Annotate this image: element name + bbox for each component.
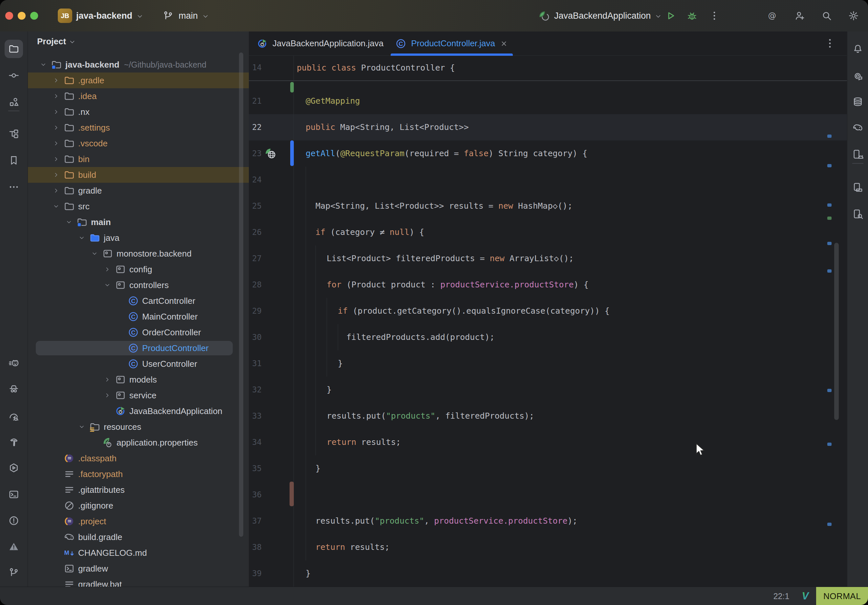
chevron-down-icon[interactable] xyxy=(66,219,72,225)
search-everywhere-button[interactable] xyxy=(820,9,833,22)
tree-item-.settings[interactable]: .settings xyxy=(28,120,249,136)
line-number[interactable]: 36 xyxy=(252,482,262,508)
tree-item-monostore.backend[interactable]: monostore.backend xyxy=(28,246,249,261)
traffic-minimize-button[interactable] xyxy=(18,12,26,20)
error-stripe-mark[interactable] xyxy=(827,164,832,167)
error-stripe-mark[interactable] xyxy=(827,203,832,207)
line-number[interactable]: 23 xyxy=(252,141,262,167)
services-tool-icon[interactable] xyxy=(5,459,23,477)
line-number[interactable]: 27 xyxy=(252,245,262,272)
tree-item-UserController[interactable]: CUserController xyxy=(28,356,249,372)
tree-item-bin[interactable]: bin xyxy=(28,151,249,167)
tree-item-.nx[interactable]: .nx xyxy=(28,104,249,120)
ai-assistant-icon[interactable] xyxy=(849,66,867,85)
code-line-30[interactable]: 30filteredProducts.add(product); xyxy=(249,324,847,350)
tree-item-service[interactable]: service xyxy=(28,387,249,403)
chevron-right-icon[interactable] xyxy=(53,187,59,194)
line-number[interactable]: 35 xyxy=(252,455,262,482)
chevron-down-icon[interactable] xyxy=(91,250,98,257)
ai-actions-button[interactable]: @ xyxy=(766,9,779,22)
line-number[interactable]: 21 xyxy=(252,88,262,114)
tree-item-JavaBackendApplication[interactable]: JavaBackendApplication xyxy=(28,403,249,419)
code-line-38[interactable]: 38return results; xyxy=(249,534,847,560)
branch-widget[interactable]: main xyxy=(161,0,209,31)
project-tool-icon[interactable] xyxy=(5,40,23,58)
chevron-down-icon[interactable] xyxy=(40,61,46,68)
vim-mode-badge[interactable]: NORMAL xyxy=(816,587,868,605)
code-line-34[interactable]: 34return results; xyxy=(249,429,847,455)
code-line-24[interactable]: 24 xyxy=(249,167,847,193)
code-line-32[interactable]: 32} xyxy=(249,377,847,403)
code-line-22[interactable]: 22public Map<String, List<Product>> xyxy=(249,114,847,141)
database-tool-icon[interactable] xyxy=(849,93,867,111)
bookmarks-tool-icon[interactable] xyxy=(5,151,23,170)
run-button[interactable] xyxy=(664,9,677,22)
tab-ProductController.java[interactable]: CProductController.java xyxy=(389,31,514,56)
chevron-down-icon[interactable] xyxy=(79,235,85,241)
chevron-right-icon[interactable] xyxy=(104,266,111,272)
ai-cat-plugin-icon[interactable] xyxy=(5,354,23,373)
error-stripe-mark[interactable] xyxy=(827,135,832,138)
tree-item-main[interactable]: main xyxy=(28,214,249,230)
editor-scrollbar[interactable] xyxy=(834,243,839,420)
caret-position[interactable]: 22:1 xyxy=(768,587,794,605)
profiler-tool-icon[interactable] xyxy=(5,407,23,426)
project-tree-scrollbar[interactable] xyxy=(239,53,243,537)
tree-item-config[interactable]: config xyxy=(28,261,249,277)
tab-JavaBackendApplication.java[interactable]: JavaBackendApplication.java xyxy=(251,31,389,56)
error-stripe-mark[interactable] xyxy=(827,523,832,526)
tree-item-build.gradle[interactable]: build.gradle xyxy=(28,529,249,545)
debug-button[interactable] xyxy=(685,9,699,22)
build-tool-icon[interactable] xyxy=(5,433,23,451)
line-number[interactable]: 24 xyxy=(252,167,262,193)
code-line-28[interactable]: 28for (Product product : productService.… xyxy=(249,272,847,298)
tree-item-.classpath[interactable]: .classpath xyxy=(28,450,249,466)
tree-item-.gitignore[interactable]: .gitignore xyxy=(28,498,249,514)
tree-item-build[interactable]: build xyxy=(28,167,249,183)
chevron-right-icon[interactable] xyxy=(53,77,59,84)
chevron-down-icon[interactable] xyxy=(104,282,111,288)
code-line-31[interactable]: 31} xyxy=(249,350,847,377)
tree-item-ProductController[interactable]: CProductController xyxy=(28,340,249,356)
problems-tool-icon[interactable] xyxy=(5,512,23,530)
spring-endpoint-icon[interactable] xyxy=(264,147,277,160)
more-actions-button[interactable] xyxy=(708,9,721,22)
line-number[interactable]: 22 xyxy=(252,114,262,141)
line-number[interactable]: 38 xyxy=(252,534,262,560)
line-number[interactable]: 31 xyxy=(252,350,262,377)
tree-item-java-backend[interactable]: java-backend~/Github/java-backend xyxy=(28,57,249,73)
chevron-right-icon[interactable] xyxy=(104,376,111,383)
error-stripe-mark[interactable] xyxy=(827,443,832,446)
traffic-close-button[interactable] xyxy=(5,12,13,20)
editor-area[interactable]: JavaBackendApplication.javaCProductContr… xyxy=(249,31,847,586)
ideavim-icon[interactable]: V xyxy=(800,591,811,602)
terminal-tool-icon[interactable] xyxy=(5,485,23,504)
tree-item-OrderController[interactable]: COrderController xyxy=(28,325,249,340)
tree-item-gradlew.bat[interactable]: gradlew.bat xyxy=(28,576,249,586)
error-stripe-mark[interactable] xyxy=(827,269,832,272)
tree-item-controllers[interactable]: controllers xyxy=(28,277,249,293)
tree-item-gradlew[interactable]: gradlew xyxy=(28,561,249,576)
error-stripe-mark[interactable] xyxy=(827,217,832,220)
tree-item-gradle[interactable]: gradle xyxy=(28,183,249,198)
code-line-29[interactable]: 29if (product.getCategory().equalsIgnore… xyxy=(249,298,847,324)
chevron-down-icon[interactable] xyxy=(79,424,85,430)
chevron-right-icon[interactable] xyxy=(53,172,59,178)
line-number[interactable]: 37 xyxy=(252,508,262,534)
error-stripe-mark[interactable] xyxy=(827,389,832,392)
project-widget[interactable]: JB java-backend xyxy=(58,0,143,31)
device-manager-tool-icon[interactable] xyxy=(849,178,867,197)
tree-item-java[interactable]: java xyxy=(28,230,249,246)
commit-tool-icon[interactable] xyxy=(5,66,23,85)
tree-item-.factorypath[interactable]: .factorypath xyxy=(28,466,249,482)
tree-item-.project[interactable]: .project xyxy=(28,514,249,529)
tree-item-.gradle[interactable]: .gradle xyxy=(28,73,249,88)
code-line-25[interactable]: 25Map<String, List<Product>> results = n… xyxy=(249,193,847,219)
notifications-warning-icon[interactable] xyxy=(5,537,23,556)
line-number[interactable]: 32 xyxy=(252,377,262,403)
tree-item-.vscode[interactable]: .vscode xyxy=(28,136,249,151)
code-with-me-button[interactable] xyxy=(793,9,806,22)
project-panel-header[interactable]: Project xyxy=(37,34,76,48)
code-line-33[interactable]: 33results.put("products", filteredProduc… xyxy=(249,403,847,429)
line-number[interactable]: 25 xyxy=(252,193,262,219)
